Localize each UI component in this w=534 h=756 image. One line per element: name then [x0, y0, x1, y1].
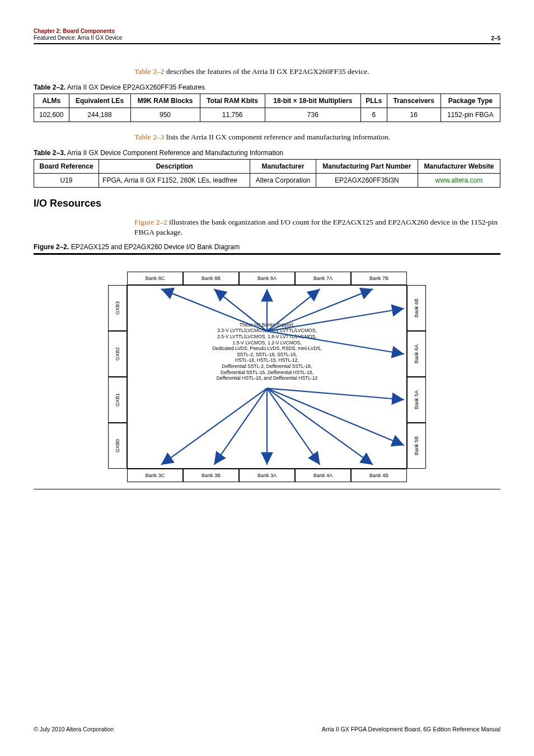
section-heading-io-resources: I/O Resources: [34, 198, 500, 209]
footer-right: Arria II GX FPGA Development Board, 6G E…: [322, 726, 500, 732]
svg-line-12: [267, 389, 404, 400]
bank-6a: Bank 6A: [407, 331, 426, 377]
t23-h1: Description: [99, 160, 250, 174]
table-2-2-caption: Table 2–2. Arria II GX Device EP2AGX260F…: [34, 83, 500, 91]
page-number: 2–5: [491, 35, 500, 41]
t22-h7: Package Type: [441, 94, 500, 108]
t22-h5: PLLs: [360, 94, 387, 108]
t22-h2: M9K RAM Blocks: [130, 94, 200, 108]
svg-line-7: [161, 389, 267, 465]
svg-line-8: [214, 389, 267, 465]
t23-h4: Manufacturer Website: [418, 160, 500, 174]
table-2-2: ALMs Equivalent LEs M9K RAM Blocks Total…: [34, 94, 500, 122]
svg-line-10: [267, 389, 320, 465]
table-row: U19 FPGA, Arria II GX F1152, 260K LEs, l…: [34, 174, 500, 188]
bank-4a: Bank 4A: [295, 469, 351, 482]
bank-6b: Bank 6B: [407, 285, 426, 331]
gxb0: GXB0: [108, 423, 127, 469]
paragraph-1: Table 2–2 describes the features of the …: [134, 67, 500, 77]
svg-line-11: [267, 389, 373, 465]
manufacturer-website-link[interactable]: www.altera.com: [435, 176, 483, 184]
ref-table-2-2[interactable]: Table 2–2: [134, 67, 164, 76]
t22-h3: Total RAM Kbits: [200, 94, 265, 108]
ref-figure-2-2[interactable]: Figure 2–2: [134, 218, 167, 226]
bank-8a: Bank 8A: [239, 272, 295, 285]
t22-h6: Transceivers: [387, 94, 441, 108]
header-section: Featured Device: Arria II GX Device: [34, 35, 122, 41]
bank-5b: Bank 5B: [407, 423, 426, 469]
paragraph-2: Table 2–3 lists the Arria II GX componen…: [134, 132, 500, 142]
t23-h2: Manufacturer: [250, 160, 316, 174]
t22-h1: Equivalent LEs: [69, 94, 130, 108]
header-chapter: Chapter 2: Board Components: [34, 28, 115, 34]
bank-3a: Bank 3A: [239, 469, 295, 482]
bank-5a: Bank 5A: [407, 377, 426, 423]
t23-h3: Manufacturing Part Number: [316, 160, 418, 174]
bank-4b: Bank 4B: [351, 469, 407, 482]
ref-table-2-3[interactable]: Table 2–3: [134, 133, 164, 141]
t22-h0: ALMs: [34, 94, 69, 108]
figure-divider: [34, 253, 500, 255]
bank-7a: Bank 7A: [295, 272, 351, 285]
gxb1: GXB1: [108, 377, 127, 423]
svg-line-13: [267, 389, 404, 446]
bank-8b: Bank 8B: [183, 272, 239, 285]
table-2-3: Board Reference Description Manufacturer…: [34, 159, 500, 188]
t22-h4: 18-bit × 18-bit Multipliers: [265, 94, 360, 108]
footer-left: © July 2010 Altera Corporation: [34, 726, 114, 732]
figure-divider: [34, 489, 500, 489]
gxb3: GXB3: [108, 285, 127, 331]
bank-3b: Bank 3B: [183, 469, 239, 482]
page-header: Chapter 2: Board Components Featured Dev…: [34, 28, 500, 44]
bank-8c: Bank 8C: [127, 272, 183, 285]
page-footer: © July 2010 Altera Corporation Arria II …: [34, 726, 500, 732]
bank-7b: Bank 7B: [351, 272, 407, 285]
paragraph-3: Figure 2–2 illustrates the bank organiza…: [134, 217, 500, 237]
bank-3c: Bank 3C: [127, 469, 183, 482]
io-bank-support-text: These I/O Banks Support: 3.3-V LVTTL/LVC…: [177, 322, 357, 381]
table-2-3-caption: Table 2–3. Arria II GX Device Component …: [34, 149, 500, 157]
table-row: 102,600 244,188 950 11,756 736 6 16 1152…: [34, 108, 500, 122]
t23-h0: Board Reference: [34, 160, 99, 174]
io-bank-diagram: Bank 8C Bank 8B Bank 8A Bank 7A Bank 7B …: [34, 260, 500, 487]
gxb2: GXB2: [108, 331, 127, 377]
figure-2-2-caption: Figure 2–2. EP2AGX125 and EP2AGX260 Devi…: [34, 243, 500, 251]
